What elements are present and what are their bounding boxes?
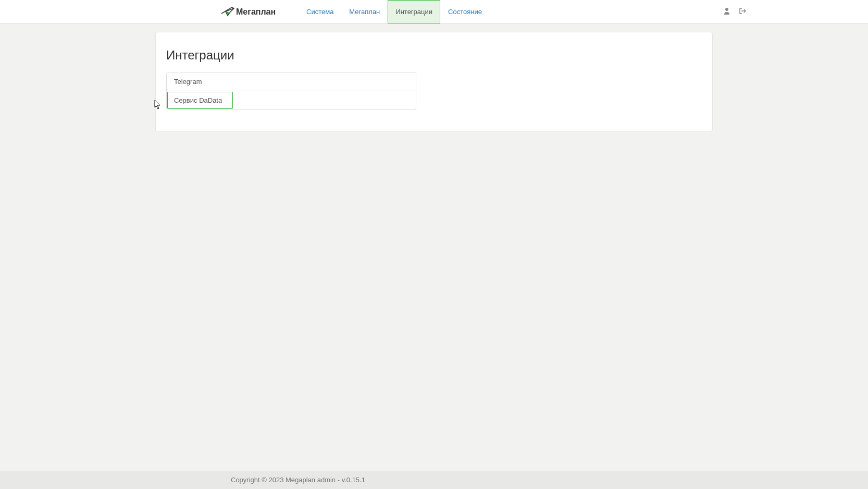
nav-item-status[interactable]: Состояние [440, 0, 490, 23]
header-inner: Мегаплан Система Мегаплан Интеграции Сос… [111, 0, 757, 23]
header: Мегаплан Система Мегаплан Интеграции Сос… [0, 0, 868, 23]
logo-icon: Мегаплан [220, 4, 288, 19]
svg-point-1 [725, 8, 728, 11]
integrations-list: Telegram Сервис DaData [166, 72, 416, 110]
header-right [724, 7, 757, 16]
logo[interactable]: Мегаплан [220, 4, 288, 19]
integration-item-dadata[interactable]: Сервис DaData [167, 92, 233, 109]
user-icon[interactable] [724, 7, 730, 16]
page-title: Интеграции [166, 48, 702, 63]
list-item-row: Сервис DaData [167, 91, 416, 109]
list-item-row: Telegram [167, 72, 416, 91]
nav-item-megaplan[interactable]: Мегаплан [341, 0, 388, 23]
integration-item-telegram[interactable]: Telegram [167, 72, 416, 91]
nav-item-integrations[interactable]: Интеграции [388, 0, 440, 23]
nav-item-system[interactable]: Система [299, 0, 341, 23]
svg-text:Мегаплан: Мегаплан [236, 7, 276, 16]
main-nav: Система Мегаплан Интеграции Состояние [299, 0, 490, 23]
content-wrapper: Интеграции Telegram Сервис DaData [155, 32, 713, 131]
main-panel: Интеграции Telegram Сервис DaData [155, 32, 713, 131]
logout-icon[interactable] [739, 7, 747, 16]
